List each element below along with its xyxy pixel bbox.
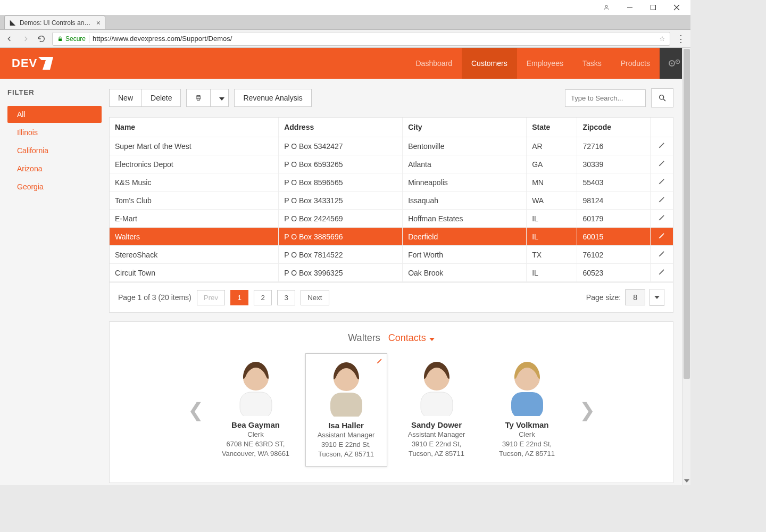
table-row[interactable]: K&S MusicP O Box 8596565MinneapolisMN554… xyxy=(110,173,673,192)
row-edit-button[interactable] xyxy=(651,155,673,173)
close-button[interactable] xyxy=(665,0,688,15)
row-edit-button[interactable] xyxy=(651,192,673,210)
browser-tabstrip: Demos: UI Controls and F × xyxy=(0,15,690,30)
filter-georgia[interactable]: Georgia xyxy=(7,178,102,195)
cell-address: P O Box 8596565 xyxy=(279,173,403,192)
row-edit-button[interactable] xyxy=(651,210,673,228)
search-input[interactable] xyxy=(565,89,646,107)
col-address[interactable]: Address xyxy=(279,118,403,137)
account-icon[interactable] xyxy=(595,0,618,15)
app-logo[interactable]: DEV xyxy=(12,56,54,70)
nav-dashboard[interactable]: Dashboard xyxy=(406,48,462,79)
pager-page-2[interactable]: 2 xyxy=(254,290,272,305)
secure-badge: Secure xyxy=(57,35,86,43)
filter-arizona[interactable]: Arizona xyxy=(7,160,102,177)
row-edit-button[interactable] xyxy=(651,228,673,246)
search-button[interactable] xyxy=(651,88,673,107)
revenue-analysis-button[interactable]: Revenue Analysis xyxy=(235,89,311,106)
row-edit-button[interactable] xyxy=(651,173,673,192)
contact-card[interactable]: Ty VolkmanClerk3910 E 22nd St,Tucson, AZ… xyxy=(486,353,568,467)
back-button[interactable] xyxy=(4,34,15,44)
maximize-button[interactable] xyxy=(642,0,665,15)
filter-illinois[interactable]: Illinois xyxy=(7,124,102,141)
contact-role: Clerk xyxy=(490,430,564,438)
browser-menu-icon[interactable]: ⋮ xyxy=(676,34,686,44)
col-name[interactable]: Name xyxy=(110,118,279,137)
contact-card[interactable]: Bea GaymanClerk6708 NE 63RD ST,Vancouver… xyxy=(215,353,297,467)
detail-section-dropdown[interactable]: Contacts xyxy=(388,332,435,343)
carousel-next[interactable]: ❯ xyxy=(577,399,598,421)
filter-california[interactable]: California xyxy=(7,142,102,159)
cell-state: TX xyxy=(527,246,577,264)
pager-summary: Page 1 of 3 (20 items) xyxy=(118,293,192,302)
nav-tasks[interactable]: Tasks xyxy=(573,48,611,79)
page-size-dropdown[interactable] xyxy=(650,289,664,306)
detail-customer: Walters xyxy=(348,332,380,343)
reload-button[interactable] xyxy=(36,34,47,44)
table-row[interactable]: E-MartP O Box 2424569Hoffman EstatesIL60… xyxy=(110,210,673,228)
scroll-thumb[interactable] xyxy=(684,49,690,379)
row-edit-button[interactable] xyxy=(651,264,673,282)
contact-card[interactable]: Isa HallerAssistant Manager3910 E 22nd S… xyxy=(305,353,387,467)
cell-zip: 30339 xyxy=(577,155,651,173)
delete-button[interactable]: Delete xyxy=(141,89,180,106)
browser-tab[interactable]: Demos: UI Controls and F × xyxy=(4,15,105,29)
action-toolbar: New Delete Revenue Analysis xyxy=(109,88,682,107)
table-row[interactable]: WaltersP O Box 3885696DeerfieldIL60015 xyxy=(110,228,673,246)
card-edit-icon[interactable] xyxy=(376,357,384,366)
table-row[interactable]: Tom's ClubP O Box 3433125IssaquahWA98124 xyxy=(110,192,673,210)
filter-title: FILTER xyxy=(7,88,102,96)
cell-name: Super Mart of the West xyxy=(110,137,279,155)
cell-zip: 60179 xyxy=(577,210,651,228)
svg-marker-28 xyxy=(684,479,689,483)
svg-rect-6 xyxy=(59,38,62,41)
svg-rect-2 xyxy=(651,5,656,10)
pager-page-1[interactable]: 1 xyxy=(230,290,248,305)
svg-rect-24 xyxy=(421,392,453,416)
cell-name: E-Mart xyxy=(110,210,279,228)
col-city[interactable]: City xyxy=(403,118,527,137)
col-edit xyxy=(651,118,673,137)
print-dropdown[interactable] xyxy=(210,89,228,106)
pager-prev[interactable]: Prev xyxy=(197,290,225,305)
contact-name: Ty Volkman xyxy=(490,420,564,429)
caret-down-icon xyxy=(219,97,224,101)
svg-point-11 xyxy=(677,61,678,62)
table-row[interactable]: Circuit TownP O Box 3996325Oak BrookIL60… xyxy=(110,264,673,282)
minimize-button[interactable] xyxy=(618,0,642,15)
nav-employees[interactable]: Employees xyxy=(517,48,573,79)
print-button[interactable] xyxy=(187,89,210,106)
table-row[interactable]: StereoShackP O Box 7814522Fort WorthTX76… xyxy=(110,246,673,264)
svg-rect-22 xyxy=(330,393,362,417)
tab-title: Demos: UI Controls and F xyxy=(20,19,93,27)
table-row[interactable]: Electronics DepotP O Box 6593265AtlantaG… xyxy=(110,155,673,173)
address-bar[interactable]: Secure https://www.devexpress.com/Suppor… xyxy=(52,32,670,46)
col-state[interactable]: State xyxy=(527,118,577,137)
contact-address: 3910 E 22nd St,Tucson, AZ 85711 xyxy=(400,439,473,458)
scroll-down-icon[interactable] xyxy=(684,476,689,484)
pager-next[interactable]: Next xyxy=(301,290,329,305)
table-row[interactable]: Super Mart of the WestP O Box 5342427Ben… xyxy=(110,137,673,155)
row-edit-button[interactable] xyxy=(651,246,673,264)
contact-role: Clerk xyxy=(219,430,293,438)
filter-sidebar: FILTER All Illinois California Arizona G… xyxy=(0,79,109,485)
url-text: https://www.devexpress.com/Support/Demos… xyxy=(93,35,656,43)
cell-city: Issaquah xyxy=(403,192,527,210)
carousel-prev[interactable]: ❮ xyxy=(185,399,206,421)
page-size-value[interactable]: 8 xyxy=(625,289,645,305)
svg-line-17 xyxy=(663,99,665,101)
col-zip[interactable]: Zipcode xyxy=(577,118,651,137)
nav-customers[interactable]: Customers xyxy=(462,48,517,79)
filter-all[interactable]: All xyxy=(7,106,102,123)
contact-card[interactable]: Sandy DowerAssistant Manager3910 E 22nd … xyxy=(396,353,478,467)
tab-close-icon[interactable]: × xyxy=(96,19,101,27)
pager-page-3[interactable]: 3 xyxy=(277,290,295,305)
cell-city: Deerfield xyxy=(403,228,527,246)
new-button[interactable]: New xyxy=(110,89,141,106)
bookmark-icon[interactable]: ☆ xyxy=(659,35,665,43)
nav-products[interactable]: Products xyxy=(611,48,660,79)
vertical-scrollbar[interactable] xyxy=(682,48,690,485)
svg-point-0 xyxy=(605,5,607,7)
contact-role: Assistant Manager xyxy=(400,430,473,438)
row-edit-button[interactable] xyxy=(651,137,673,155)
